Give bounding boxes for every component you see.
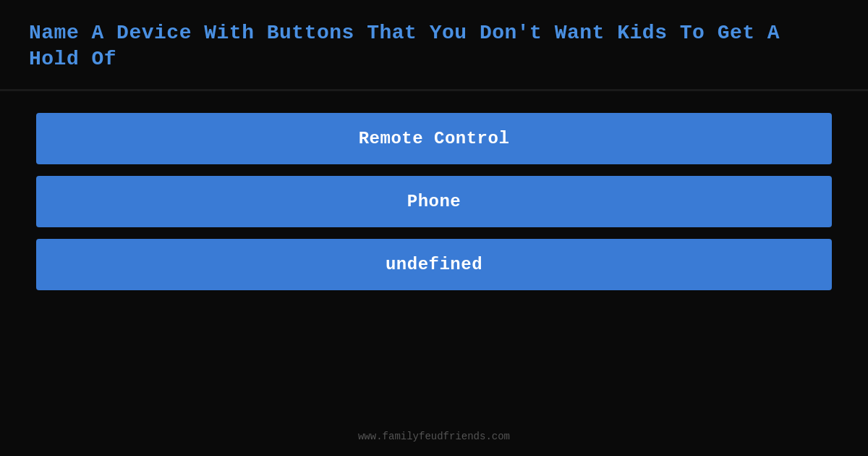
- footer-url: www.familyfeudfriends.com: [358, 431, 510, 442]
- answer-button-3[interactable]: undefined: [36, 239, 832, 290]
- footer: www.familyfeudfriends.com: [0, 430, 868, 443]
- question-text: Name A Device With Buttons That You Don'…: [29, 22, 780, 70]
- answer-button-1[interactable]: Remote Control: [36, 113, 832, 164]
- question-header: Name A Device With Buttons That You Don'…: [0, 0, 868, 89]
- answer-button-2[interactable]: Phone: [36, 176, 832, 227]
- answer-text-3: undefined: [386, 255, 482, 274]
- answers-container: Remote Control Phone undefined: [0, 91, 868, 312]
- answer-text-2: Phone: [407, 192, 461, 211]
- answer-text-1: Remote Control: [359, 129, 510, 148]
